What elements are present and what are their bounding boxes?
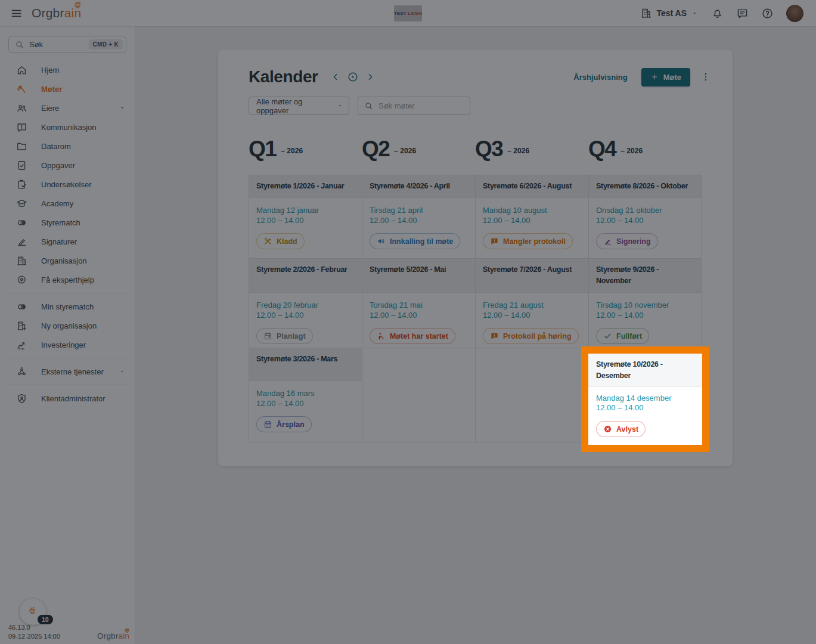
- meeting-time: 12.00 – 14.00: [596, 403, 694, 413]
- highlighted-meeting-card[interactable]: Styremøte 10/2026 - Desember Mandag 14 d…: [581, 346, 709, 452]
- dim-overlay: [0, 0, 816, 644]
- meeting-date: Mandag 14 desember: [596, 394, 694, 404]
- meeting-title: Styremøte 10/2026 - Desember: [588, 354, 702, 387]
- status-badge-avlyst[interactable]: Avlyst: [596, 421, 646, 437]
- cancel-icon: [603, 425, 612, 434]
